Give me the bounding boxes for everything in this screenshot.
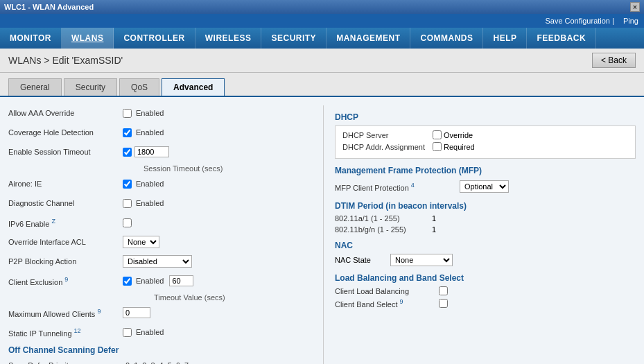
dhcp-server-row: DHCP Server Override [342,130,628,139]
client-band-select-label: Client Band Select 9 [335,298,439,309]
client-band-select-checkbox[interactable] [439,299,448,308]
diagnostic-channel-checkbox[interactable] [123,199,132,208]
p2p-blocking-action-row: P2P Blocking Action Disabled Forward-UpS… [8,254,309,269]
right-column: DHCP DHCP Server Override DHCP Addr. Ass… [323,105,636,364]
mfp-client-protection-row: MFP Client Protection 4 Optional Disable… [335,179,636,194]
client-load-balancing-label: Client Load Balancing [335,287,439,295]
dtim-section-title: DTIM Period (in beacon intervals) [335,201,636,211]
nav-controller[interactable]: CONTROLLER [114,28,195,49]
tab-qos[interactable]: QoS [119,78,159,96]
back-button[interactable]: < Back [592,53,636,68]
p2p-blocking-action-select[interactable]: Disabled Forward-UpStream Drop [123,255,192,268]
nac-state-label: NAC State [335,256,390,264]
ipv6-enable-label: IPv6 Enable Z [8,218,123,228]
nac-state-select[interactable]: None ISE NAC RADIUS NAC [390,254,453,266]
client-exclusion-text: Enabled [136,277,164,285]
static-ip-tunneling-checkbox[interactable] [123,328,132,337]
coverage-hole-detection-row: Coverage Hole Detection Enabled [8,125,309,140]
client-exclusion-label: Client Exclusion 9 [8,276,123,286]
mfp-client-protection-label: MFP Client Protection 4 [335,182,460,192]
client-exclusion-timeout-input[interactable] [169,275,193,286]
override-interface-acl-select[interactable]: None [123,236,159,248]
client-exclusion-timeout-hint: Timeout Value (secs) [154,293,225,302]
nav-commands[interactable]: COMMANDS [410,28,483,49]
client-exclusion-control: Enabled [123,275,193,286]
page-header: WLANs > Edit 'ExamSSID' < Back [0,49,644,73]
scan-defer-priority-row: Scan Defer Priority 0 1 2 3 4 5 6 7 [8,358,309,364]
diagnostic-channel-text: Enabled [136,199,164,207]
coverage-hole-detection-label: Coverage Hole Detection [8,128,123,137]
override-interface-acl-label: Override Interface ACL [8,238,123,246]
max-allowed-clients-input[interactable] [123,307,150,318]
session-timeout-input[interactable] [134,146,169,157]
mfp-section-title: Management Frame Protection (MFP) [335,166,636,175]
title-bar: WLC1 - WLAN Advanced × [0,0,644,14]
save-configuration-link[interactable]: Save Configuration [545,17,610,25]
tab-bar: General Security QoS Advanced [0,73,644,97]
nac-state-row: NAC State None ISE NAC RADIUS NAC [335,254,636,266]
airone-ie-row: Airone: IE Enabled [8,176,309,191]
coverage-hole-detection-control: Enabled [123,128,164,137]
nav-wlans[interactable]: WLANs [62,28,114,49]
dhcp-server-checkbox[interactable] [433,130,442,139]
mfp-client-protection-select[interactable]: Optional Disabled Required [460,180,509,193]
priority-numbers: 0 1 2 3 4 5 6 7 [125,361,189,364]
dtim-80211a-value: 1 [432,214,453,223]
static-ip-tunneling-control: Enabled [123,328,164,337]
airone-ie-control: Enabled [123,180,164,189]
diagnostic-channel-label: Diagnostic Channel [8,199,123,207]
title-bar-text: WLC1 - WLAN Advanced [4,3,94,11]
p2p-blocking-action-control: Disabled Forward-UpStream Drop [123,255,192,268]
left-column: Allow AAA Override Enabled Coverage Hole… [8,105,309,364]
nav-bar: MONITOR WLANs CONTROLLER WIRELESS SECURI… [0,28,644,49]
ipv6-enable-checkbox[interactable] [123,218,132,227]
client-load-balancing-row: Client Load Balancing [335,286,636,295]
dtim-80211a-row: 802.11a/1 (1 - 255) 1 [335,214,636,223]
close-icon[interactable]: × [630,2,640,12]
nac-section-title: NAC [335,241,636,250]
allow-aaa-override-text: Enabled [136,109,164,117]
nav-feedback[interactable]: FEEDBACK [527,28,596,49]
coverage-hole-detection-checkbox[interactable] [123,128,132,137]
top-actions: Save Configuration | Ping [0,14,644,28]
nav-help[interactable]: HELP [483,28,527,49]
session-timeout-checkbox[interactable] [123,148,132,157]
allow-aaa-override-checkbox[interactable] [123,109,132,118]
dhcp-addr-assignment-row: DHCP Addr. Assignment Required [342,142,628,151]
dtim-80211bgn-label: 802.11b/g/n (1 - 255) [335,225,432,234]
static-ip-tunneling-label: Static IP Tunneling 12 [8,327,123,338]
allow-aaa-override-label: Allow AAA Override [8,109,123,117]
dtim-80211bgn-value: 1 [432,225,453,234]
dhcp-addr-assignment-checkbox[interactable] [433,142,442,151]
client-exclusion-checkbox[interactable] [123,277,132,286]
nav-monitor[interactable]: MONITOR [0,28,62,49]
coverage-hole-detection-text: Enabled [136,128,164,137]
dtim-80211a-label: 802.11a/1 (1 - 255) [335,214,432,223]
max-allowed-clients-row: Maximum Allowed Clients 9 [8,305,309,320]
client-exclusion-row: Client Exclusion 9 Enabled [8,273,309,288]
tab-advanced[interactable]: Advanced [162,78,225,96]
ipv6-enable-control [123,218,132,227]
airone-ie-checkbox[interactable] [123,180,132,189]
max-allowed-clients-label: Maximum Allowed Clients 9 [8,308,123,318]
static-ip-tunneling-row: Static IP Tunneling 12 Enabled [8,324,309,340]
dhcp-addr-assignment-text: Required [444,143,475,151]
static-ip-tunneling-text: Enabled [136,328,164,336]
ping-link[interactable]: Ping [623,17,638,25]
enable-session-timeout-label: Enable Session Timeout [8,148,123,156]
nav-wireless[interactable]: WIRELESS [195,28,262,49]
diagnostic-channel-row: Diagnostic Channel Enabled [8,196,309,211]
tab-general[interactable]: General [8,78,62,96]
dtim-80211bgn-row: 802.11b/g/n (1 - 255) 1 [335,225,636,234]
enable-session-timeout-control [123,146,169,157]
nav-management[interactable]: MANAGEMENT [327,28,410,49]
airone-ie-text: Enabled [136,180,164,188]
allow-aaa-override-row: Allow AAA Override Enabled [8,105,309,121]
session-timeout-hint: Session Timeout (secs) [143,164,223,173]
client-load-balancing-checkbox[interactable] [439,286,448,295]
tab-security[interactable]: Security [64,78,117,96]
enable-session-timeout-row: Enable Session Timeout [8,144,309,159]
load-balancing-title: Load Balancing and Band Select [335,273,636,283]
nav-security[interactable]: SECURITY [261,28,327,49]
dhcp-box: DHCP Server Override DHCP Addr. Assignme… [335,125,636,159]
